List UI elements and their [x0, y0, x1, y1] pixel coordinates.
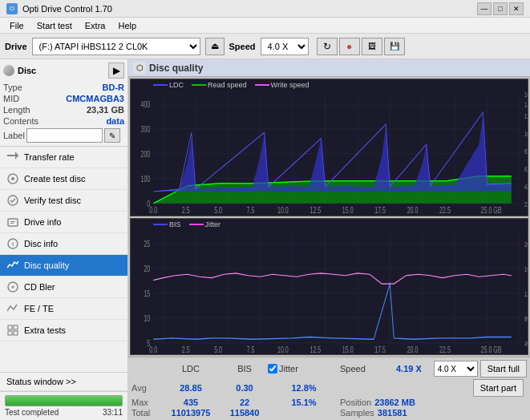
nav-item-cd-bler[interactable]: CD Bler — [0, 277, 127, 298]
jitter-checkbox[interactable] — [268, 364, 277, 374]
nav-item-transfer-rate[interactable]: Transfer rate — [0, 147, 127, 168]
status-window-button[interactable]: Status window >> — [0, 373, 127, 391]
legend-write-line — [255, 84, 269, 86]
legend-ldc-label: LDC — [169, 81, 184, 89]
svg-marker-1 — [15, 151, 18, 160]
svg-point-3 — [11, 177, 14, 180]
speed-label: Speed — [229, 42, 256, 51]
progress-time: 33:11 — [103, 408, 123, 417]
chart1-legend: LDC Read speed Write speed — [153, 81, 309, 89]
menu-extra[interactable]: Extra — [79, 19, 112, 32]
max-bis: 22 — [221, 398, 268, 407]
legend-read: Read speed — [192, 81, 247, 89]
nav-label-transfer-rate: Transfer rate — [24, 152, 75, 162]
toolbar-btn-1[interactable]: ↻ — [317, 38, 338, 55]
eject-button[interactable]: ⏏ — [205, 38, 225, 55]
svg-text:8X: 8X — [524, 147, 528, 155]
close-button[interactable]: ✕ — [509, 2, 524, 15]
legend-jitter: Jitter — [189, 220, 221, 228]
stats-header-speed: Speed — [340, 364, 396, 374]
nav-item-verify-test-disc[interactable]: Verify test disc — [0, 190, 127, 212]
toolbar-btn-4[interactable]: 💾 — [384, 38, 405, 55]
disc-length-row: Length 23,31 GB — [3, 104, 124, 115]
svg-text:14X: 14X — [524, 101, 528, 109]
toolbar-icons: ↻ ● 🖼 💾 — [317, 38, 405, 55]
svg-text:22.5: 22.5 — [439, 345, 451, 354]
maximize-button[interactable]: □ — [493, 2, 508, 15]
stats-speed-select[interactable]: 4.0 X — [434, 361, 478, 377]
nav-label-extra-tests: Extra tests — [24, 325, 66, 335]
position-area: Position 23862 MB — [340, 398, 415, 407]
nav-label-disc-quality: Disc quality — [24, 260, 69, 270]
total-bis: 115840 — [221, 408, 268, 418]
minimize-button[interactable]: — — [477, 2, 492, 15]
position-label: Position — [340, 398, 371, 407]
svg-text:0.0: 0.0 — [149, 345, 157, 354]
legend-bis-line — [153, 224, 168, 225]
content-area: ⬡ Disc quality LDC Read speed — [128, 59, 530, 420]
svg-text:2.5: 2.5 — [182, 345, 190, 354]
max-jitter: 15.1% — [268, 398, 340, 407]
disc-header: Disc ▶ — [3, 63, 124, 79]
svg-text:6X: 6X — [524, 165, 528, 173]
svg-text:17.5: 17.5 — [374, 345, 386, 354]
nav-item-fe-te[interactable]: FE / TE — [0, 298, 127, 320]
svg-text:20.0: 20.0 — [407, 345, 419, 354]
svg-text:200: 200 — [140, 150, 150, 160]
total-ldc: 11013975 — [160, 408, 221, 418]
svg-text:i: i — [12, 240, 14, 248]
menu-start-test[interactable]: Start test — [30, 19, 79, 32]
nav-label-drive-info: Drive info — [24, 217, 61, 227]
svg-text:7.5: 7.5 — [247, 205, 255, 215]
verify-test-disc-icon — [6, 194, 19, 207]
progress-bar-inner — [6, 396, 122, 406]
extra-tests-icon — [6, 324, 19, 337]
status-window-label: Status window >> — [6, 377, 76, 386]
stats-header-jitter-group: Jitter — [268, 364, 340, 374]
legend-ldc: LDC — [153, 81, 184, 89]
speed-select[interactable]: 4.0 X — [261, 38, 309, 55]
nav-item-extra-tests[interactable]: Extra tests — [0, 320, 127, 341]
progress-status: Test completed 33:11 — [5, 408, 123, 417]
total-label: Total — [131, 408, 160, 418]
progress-status-text: Test completed — [5, 408, 59, 417]
menu-help[interactable]: Help — [111, 19, 143, 32]
disc-length-label: Length — [3, 105, 30, 115]
svg-rect-14 — [8, 331, 12, 335]
menu-file[interactable]: File — [3, 19, 30, 32]
charts-area: LDC Read speed Write speed — [128, 77, 530, 357]
nav-item-drive-info[interactable]: Drive info — [0, 212, 127, 233]
disc-expand-btn[interactable]: ▶ — [108, 63, 124, 79]
stats-bar: LDC BIS Jitter Speed 4.19 X 4.0 X Start … — [128, 357, 530, 420]
svg-text:12X: 12X — [524, 111, 528, 119]
titlebar-title: Opti Drive Control 1.70 — [22, 4, 112, 14]
position-row: Position 23862 MB — [340, 398, 415, 407]
main-area: Disc ▶ Type BD-R MID CMCMAGBA3 Length 23… — [0, 59, 530, 420]
nav-item-disc-quality[interactable]: Disc quality — [0, 255, 127, 277]
svg-rect-13 — [14, 325, 18, 329]
svg-text:5.0: 5.0 — [214, 205, 222, 215]
svg-text:4X: 4X — [524, 183, 528, 191]
disc-label-input[interactable] — [26, 128, 103, 143]
label-edit-button[interactable]: ✎ — [104, 128, 120, 143]
nav-item-create-test-disc[interactable]: Create test disc — [0, 168, 127, 190]
disc-contents-label: Contents — [3, 116, 38, 126]
disc-mid-value: CMCMAGBA3 — [66, 94, 124, 103]
start-full-button[interactable]: Start full — [480, 360, 527, 378]
legend-write-label: Write speed — [271, 81, 310, 89]
svg-text:400: 400 — [140, 100, 150, 110]
disc-label-label: Label — [3, 131, 25, 140]
toolbar-btn-2[interactable]: ● — [339, 38, 360, 55]
svg-text:25: 25 — [144, 240, 150, 249]
legend-bis: BIS — [153, 220, 181, 228]
disc-length-value: 23,31 GB — [87, 105, 124, 115]
cd-bler-icon — [6, 281, 19, 293]
svg-text:15.0: 15.0 — [342, 345, 354, 354]
svg-text:15.0: 15.0 — [342, 205, 354, 215]
nav-item-disc-info[interactable]: i Disc info — [0, 233, 127, 255]
legend-write: Write speed — [255, 81, 310, 89]
toolbar-btn-3[interactable]: 🖼 — [362, 38, 382, 55]
start-part-button[interactable]: Start part — [473, 379, 524, 397]
drive-select[interactable]: (F:) ATAPI iHBS112 2 CL0K — [32, 38, 200, 55]
svg-rect-7 — [10, 223, 14, 224]
